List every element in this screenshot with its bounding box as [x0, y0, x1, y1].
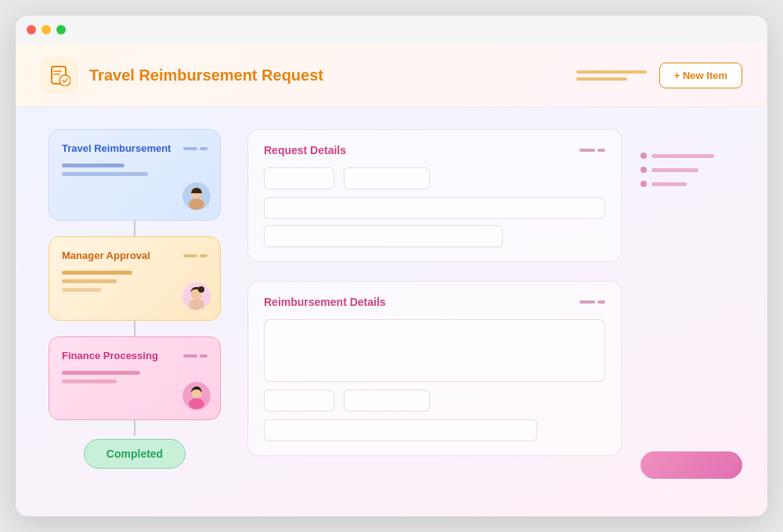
svg-point-6 [189, 199, 204, 210]
card-header-travel: Travel Reimbursement [62, 142, 207, 154]
svg-point-10 [189, 299, 204, 310]
main-content: Travel Reimbursement [16, 107, 767, 516]
maximize-dot[interactable] [56, 25, 66, 34]
card-title-finance: Finance Processing [62, 350, 158, 361]
card-dot-6 [200, 354, 207, 358]
right-line-3 [651, 182, 687, 186]
reimb-field-3[interactable] [264, 419, 537, 441]
header-line-1 [576, 70, 647, 74]
avatar-travel [182, 182, 211, 210]
reimbursement-details-dots [579, 300, 605, 304]
card-line-1 [62, 164, 124, 167]
connector-2 [134, 321, 135, 336]
avatar-svg-manager [182, 282, 211, 311]
header-decoration [576, 70, 647, 81]
header-right: + New Item [576, 63, 742, 88]
card-lines-travel [62, 164, 207, 176]
reimb-field-1[interactable] [264, 390, 334, 412]
minimize-dot[interactable] [41, 25, 51, 34]
card-dot-4 [200, 254, 207, 257]
avatar-finance [182, 382, 211, 410]
right-dot-2 [640, 167, 647, 173]
connector-1 [134, 221, 135, 236]
right-items-list [640, 137, 742, 187]
right-item-2 [640, 167, 742, 173]
reimb-dot-1 [579, 300, 595, 304]
reimbursement-details-section: Reimbursement Details [247, 281, 622, 456]
request-field-3[interactable] [264, 197, 605, 219]
header: Travel Reimbursement Request + New Item [16, 44, 767, 107]
close-dot[interactable] [27, 25, 36, 34]
section-dot-1 [579, 149, 595, 152]
card-line-3 [62, 271, 132, 275]
card-title-manager: Manager Approval [62, 250, 150, 261]
reimb-field-2[interactable] [344, 390, 430, 412]
card-dot-5 [183, 354, 197, 358]
card-header-manager: Manager Approval [62, 250, 207, 261]
request-field-1[interactable] [264, 167, 334, 189]
completed-badge: Completed [84, 439, 186, 469]
reimbursement-details-title: Reimbursement Details [264, 296, 386, 308]
header-line-2 [576, 77, 627, 81]
request-field-2[interactable] [344, 167, 430, 189]
avatar-manager [182, 282, 211, 311]
connector-3 [134, 420, 135, 436]
right-line-2 [651, 168, 698, 172]
request-details-header: Request Details [264, 144, 605, 156]
right-dot-3 [640, 181, 647, 187]
reimb-dot-2 [597, 300, 605, 304]
right-item-1 [640, 153, 742, 159]
card-dot-3 [183, 254, 197, 257]
middle-column: Request Details Reimbursement Details [247, 129, 622, 494]
workflow-column: Travel Reimbursement [41, 129, 229, 494]
card-lines-finance [62, 371, 207, 383]
reimbursement-form-row-1 [264, 390, 605, 412]
avatar-svg-travel [182, 182, 211, 210]
workflow-card-manager[interactable]: Manager Approval [49, 236, 221, 321]
action-button-label: action [691, 468, 693, 469]
card-header-finance: Finance Processing [62, 350, 207, 361]
request-details-dots [579, 149, 605, 152]
card-line-6 [62, 371, 140, 375]
section-dot-2 [597, 149, 605, 152]
app-icon-wrap [41, 56, 78, 94]
header-left: Travel Reimbursement Request [41, 56, 323, 94]
card-dot-1 [183, 147, 197, 150]
card-title-travel: Travel Reimbursement [62, 142, 171, 154]
request-details-title: Request Details [264, 144, 346, 156]
app-window: Travel Reimbursement Request + New Item … [16, 16, 767, 516]
page-title: Travel Reimbursement Request [89, 66, 323, 84]
titlebar [16, 16, 767, 44]
workflow-card-travel[interactable]: Travel Reimbursement [49, 129, 221, 221]
card-dots-travel [183, 147, 207, 150]
action-button[interactable]: action [640, 451, 742, 479]
card-dot-2 [200, 147, 207, 150]
new-item-button[interactable]: + New Item [659, 63, 742, 88]
card-line-4 [62, 279, 117, 283]
request-form-row-1 [264, 167, 605, 189]
right-line-1 [651, 154, 714, 158]
completed-label: Completed [106, 448, 163, 460]
card-dots-manager [183, 254, 207, 257]
request-field-4[interactable] [264, 225, 503, 247]
receipt-icon [49, 64, 70, 86]
avatar-svg-finance [182, 382, 211, 410]
card-line-2 [62, 172, 148, 176]
reimbursement-textarea[interactable] [264, 319, 605, 382]
request-details-section: Request Details [247, 129, 622, 262]
workflow-card-finance[interactable]: Finance Processing [49, 336, 221, 420]
right-dot-1 [640, 153, 647, 159]
card-line-7 [62, 379, 117, 383]
reimbursement-details-header: Reimbursement Details [264, 296, 605, 308]
svg-point-13 [189, 398, 204, 409]
svg-point-9 [198, 286, 204, 293]
right-item-3 [640, 181, 742, 187]
card-line-5 [62, 288, 101, 292]
right-column: action [640, 129, 742, 494]
card-dots-finance [183, 354, 207, 358]
